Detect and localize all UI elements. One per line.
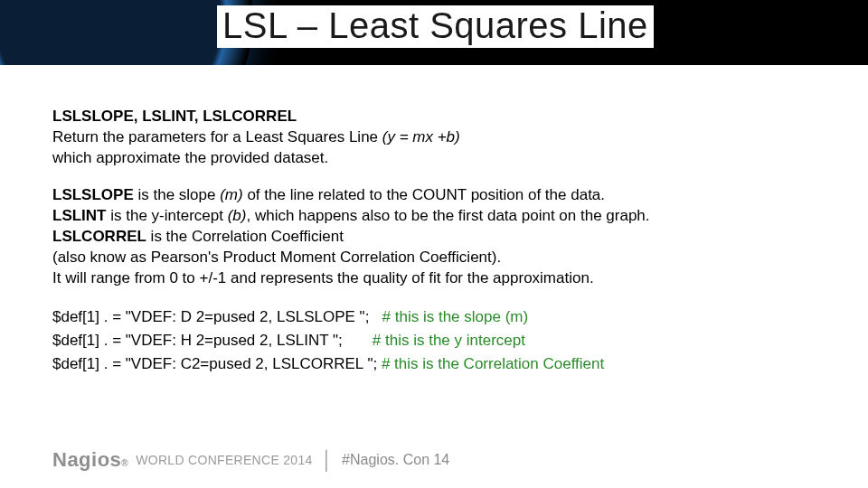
header-bar: LSL – Least Squares Line (0, 0, 868, 65)
header-arc-decoration (0, 0, 253, 65)
def-slope-t1: is the slope (134, 186, 220, 203)
def-correl: LSLCORREL is the Correlation Coefficient (52, 227, 832, 248)
code-c3: # this is the Correlation Coeffient (382, 355, 604, 372)
intro-line1b: (y = mx +b) (382, 128, 460, 145)
def-correl-t1: is the Correlation Coefficient (146, 228, 344, 245)
slide-title: LSL – Least Squares Line (222, 5, 648, 45)
def-slope-t2: of the line related to the COUNT positio… (243, 186, 605, 203)
conference-text: WORLD CONFERENCE 2014 (136, 453, 312, 467)
slide-body: LSLSLOPE, LSLINT, LSLCORREL Return the p… (52, 107, 832, 393)
code-c2: # this is the y intercept (346, 332, 524, 349)
intro-line1: Return the parameters for a Least Square… (52, 127, 832, 148)
def-int: LSLINT is the y-intercept (b), which hap… (52, 206, 832, 227)
def-correl-term: LSLCORREL (52, 228, 146, 245)
def-int-t1: is the y-intercept (107, 207, 228, 224)
code-l3: $def[1] . = "VDEF: C2=pused 2, LSLCORREL… (52, 355, 382, 372)
section-intro: LSLSLOPE, LSLINT, LSLCORREL Return the p… (52, 107, 832, 169)
code-l1: $def[1] . = "VDEF: D 2=pused 2, LSLSLOPE… (52, 308, 373, 325)
code-block: $def[1] . = "VDEF: D 2=pused 2, LSLSLOPE… (52, 305, 832, 377)
slide-root: LSL – Least Squares Line LSLSLOPE, LSLIN… (0, 0, 868, 488)
intro-line1a: Return the parameters for a Least Square… (52, 128, 382, 145)
code-line-2: $def[1] . = "VDEF: H 2=pused 2, LSLINT "… (52, 329, 832, 352)
intro-line2: which approximate the provided dataset. (52, 148, 832, 169)
nagios-logo-text: Nagios (52, 448, 121, 472)
def-int-term: LSLINT (52, 207, 107, 224)
def-slope-em: (m) (220, 186, 242, 203)
footer: Nagios® WORLD CONFERENCE 2014 │ #Nagios.… (52, 448, 449, 472)
def-int-t2: , which happens also to be the first dat… (246, 207, 649, 224)
def-correl-extra: (also know as Pearson's Product Moment C… (52, 248, 832, 268)
def-slope: LSLSLOPE is the slope (m) of the line re… (52, 185, 832, 206)
code-line-3: $def[1] . = "VDEF: C2=pused 2, LSLCORREL… (52, 352, 832, 376)
nagios-logo: Nagios® (52, 448, 128, 472)
code-line-1: $def[1] . = "VDEF: D 2=pused 2, LSLSLOPE… (52, 305, 832, 329)
def-slope-term: LSLSLOPE (52, 186, 134, 203)
code-l2: $def[1] . = "VDEF: H 2=pused 2, LSLINT "… (52, 332, 346, 349)
registered-icon: ® (121, 458, 128, 468)
def-int-em: (b) (228, 207, 247, 224)
separator-icon: │ (322, 450, 334, 471)
hashtag-text: #Nagios. Con 14 (342, 452, 449, 468)
intro-heading: LSLSLOPE, LSLINT, LSLCORREL (52, 107, 832, 127)
slide-title-wrap: LSL – Least Squares Line (217, 5, 654, 48)
def-range: It will range from 0 to +/-1 and represe… (52, 268, 832, 289)
section-defs: LSLSLOPE is the slope (m) of the line re… (52, 185, 832, 289)
code-c1: # this is the slope (m) (373, 308, 528, 325)
